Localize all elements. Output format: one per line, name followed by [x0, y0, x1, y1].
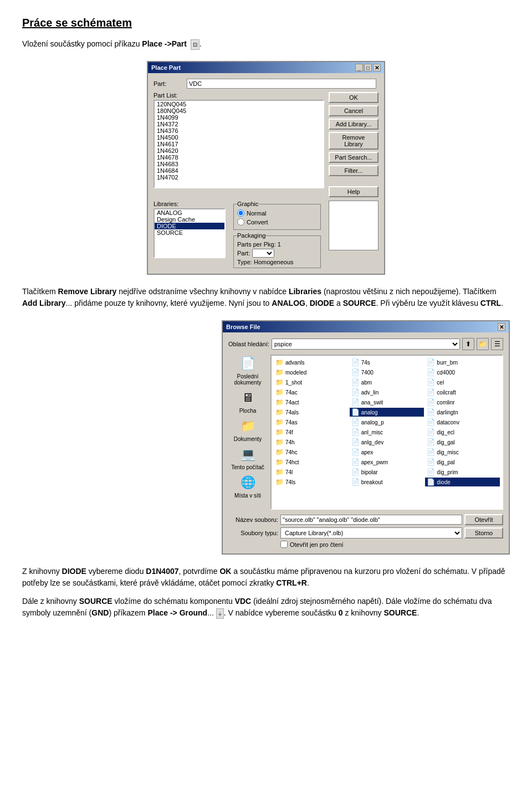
file-item[interactable]: 📄analog_p	[350, 418, 424, 427]
library-item[interactable]: ANALOG	[155, 209, 224, 216]
part-list-item[interactable]: 1N4376	[155, 127, 323, 134]
file-item[interactable]: 📄dig_gal	[425, 438, 500, 447]
libraries-list[interactable]: ANALOGDesign CacheDIODESOURCE	[154, 208, 226, 258]
cancel-browse-button[interactable]: Storno	[464, 527, 503, 539]
libraries-label: Libraries:	[154, 201, 226, 207]
help-button[interactable]: Help	[329, 186, 378, 197]
back-button[interactable]: ⬆	[462, 338, 474, 350]
part-list-item[interactable]: 1N4702	[155, 174, 323, 181]
close-button[interactable]: ✕	[373, 64, 381, 71]
file-item[interactable]: 📄anlg_dev	[350, 438, 424, 447]
folder-item[interactable]: 📁74ac	[274, 388, 349, 397]
folder-item[interactable]: 📁74f	[274, 428, 349, 437]
browse-dialog-container: Browse File ✕ Oblast hledání: pspice ⬆ 📁…	[39, 320, 510, 555]
folder-item[interactable]: 📁74als	[274, 408, 349, 417]
filetype-select[interactable]: Capture Library(*.olb)	[280, 527, 462, 539]
sidebar-item[interactable]: 🌐Místa v síti	[228, 474, 267, 499]
convert-radio[interactable]	[237, 218, 244, 225]
library-item[interactable]: Design Cache	[155, 216, 224, 223]
file-item[interactable]: 📄analog	[350, 408, 424, 417]
file-item[interactable]: 📄apex_pwm	[350, 458, 424, 466]
file-item[interactable]: 📄dig_misc	[425, 448, 500, 457]
file-item[interactable]: 📄cd4000	[425, 368, 500, 377]
folder-item[interactable]: 📁74ls	[274, 478, 349, 486]
library-item[interactable]: DIODE	[155, 223, 224, 229]
file-item[interactable]: 📄diode	[425, 478, 500, 486]
sidebar-label: Dokumenty	[234, 436, 262, 442]
minimize-button[interactable]: _	[355, 64, 363, 71]
file-item[interactable]: 📄anl_misc	[350, 428, 424, 437]
part-list-item[interactable]: 120NQ045	[155, 101, 323, 107]
file-item[interactable]: 📄burr_brn	[425, 358, 500, 367]
folder-item[interactable]: 📁74l	[274, 468, 349, 476]
part-pkg-select[interactable]	[252, 249, 274, 258]
library-item[interactable]: SOURCE	[155, 229, 224, 236]
file-item[interactable]: 📄darlingtn	[425, 408, 500, 417]
part-list-item[interactable]: 1N4678	[155, 154, 323, 161]
sidebar-icon: 💻	[239, 445, 257, 463]
browse-files-area[interactable]: 📁advanls📄74s📄burr_brn📁modeled📄7400📄cd400…	[270, 355, 503, 510]
part-input[interactable]	[187, 79, 376, 89]
file-item[interactable]: 📄apex	[350, 448, 424, 457]
part-list-item[interactable]: 1N4099	[155, 114, 323, 121]
file-item[interactable]: 📄74s	[350, 358, 424, 367]
folder-item[interactable]: 📁74as	[274, 418, 349, 427]
part-list-item[interactable]: 1N4620	[155, 147, 323, 154]
file-item[interactable]: 📄coilcraft	[425, 388, 500, 397]
folder-item[interactable]: 📁advanls	[274, 358, 349, 367]
cancel-button[interactable]: Cancel	[329, 105, 378, 116]
part-pkg-label: Part:	[237, 250, 250, 257]
file-item[interactable]: 📄cel	[425, 378, 500, 387]
file-item[interactable]: 📄breakout	[350, 478, 424, 486]
view-button[interactable]: ☰	[491, 338, 503, 350]
parts-per-pkg-label: Parts per Pkg:	[237, 241, 276, 248]
sidebar-item[interactable]: 💻Tento počítač	[228, 445, 267, 470]
file-item[interactable]: 📄abm	[350, 378, 424, 387]
sidebar-item[interactable]: 📄Poslední dokumenty	[228, 355, 267, 386]
file-item[interactable]: 📄dig_ecl	[425, 428, 500, 437]
folder-item[interactable]: 📁74hc	[274, 448, 349, 457]
part-list-item[interactable]: 1N4372	[155, 121, 323, 127]
part-list-item[interactable]: 1N4500	[155, 134, 323, 141]
add-library-button[interactable]: Add Library...	[329, 119, 378, 130]
sidebar-item[interactable]: 🖥Plocha	[228, 389, 267, 414]
area-select[interactable]: pspice	[272, 339, 460, 350]
part-list-item[interactable]: 1N4617	[155, 141, 323, 147]
open-button[interactable]: Otevřít	[464, 514, 503, 525]
filename-input[interactable]	[280, 515, 462, 525]
part-list-item[interactable]: 1N4684	[155, 167, 323, 174]
browse-toolbar: Oblast hledání: pspice ⬆ 📁 ☰	[228, 338, 503, 350]
packaging-fieldset: Packaging Parts per Pkg: 1 Part: Type: H…	[233, 232, 321, 268]
readonly-checkbox[interactable]	[280, 541, 288, 548]
file-item[interactable]: 📄comlinr	[425, 398, 500, 407]
part-list-box[interactable]: 120NQ045180NQ0451N40991N43721N43761N4500…	[154, 100, 324, 188]
folder-item[interactable]: 📁74act	[274, 398, 349, 407]
folder-item[interactable]: 📁74h	[274, 438, 349, 447]
create-folder-button[interactable]: 📁	[477, 338, 489, 350]
part-search-button[interactable]: Part Search...	[329, 152, 378, 163]
maximize-button[interactable]: □	[364, 64, 372, 71]
folder-item[interactable]: 📁modeled	[274, 368, 349, 377]
file-item[interactable]: 📄bipolar	[350, 468, 424, 476]
sidebar-item[interactable]: 📁Dokumenty	[228, 417, 267, 442]
file-item[interactable]: 📄dig_pal	[425, 458, 500, 466]
remove-library-button[interactable]: Remove Library	[329, 132, 378, 150]
file-item[interactable]: 📄adv_lin	[350, 388, 424, 397]
file-icon: 📄	[427, 478, 435, 486]
ok-button[interactable]: OK	[329, 92, 378, 103]
file-icon: 📄	[351, 358, 360, 366]
file-icon: 📄	[427, 458, 435, 466]
browse-close-btn[interactable]: ✕	[498, 323, 505, 331]
para3-bold5: 0	[339, 608, 343, 617]
folder-item[interactable]: 📁74hct	[274, 458, 349, 466]
file-item[interactable]: 📄7400	[350, 368, 424, 377]
file-item[interactable]: 📄dataconv	[425, 418, 500, 427]
file-item[interactable]: 📄ana_swit	[350, 398, 424, 407]
part-list-item[interactable]: 180NQ045	[155, 107, 323, 114]
part-list-item[interactable]: 1N4683	[155, 161, 323, 167]
file-item[interactable]: 📄dig_prim	[425, 468, 500, 476]
normal-radio[interactable]	[237, 209, 244, 217]
folder-item[interactable]: 📁1_shot	[274, 378, 349, 387]
item-name: 74f	[285, 429, 293, 435]
filter-button[interactable]: Filter...	[329, 165, 378, 176]
